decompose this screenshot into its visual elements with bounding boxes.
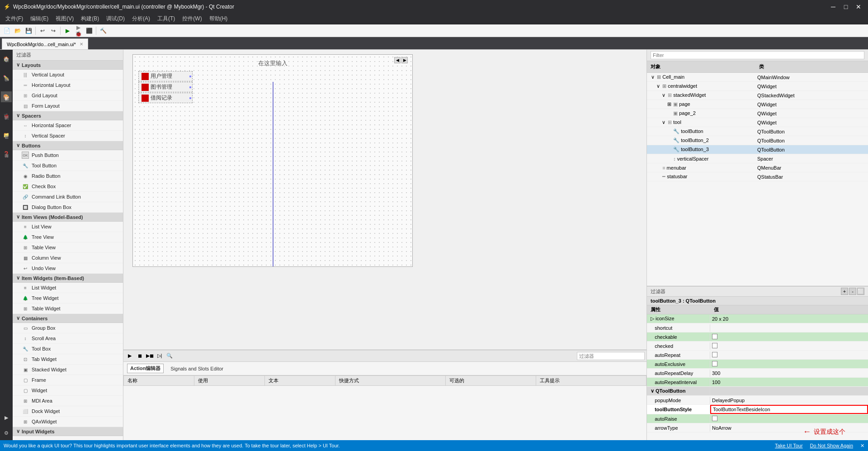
bottom-tab-signals[interactable]: Signals and Slots Editor [167, 365, 226, 373]
tab-cell-main-close[interactable]: ✕ [80, 42, 83, 47]
item-vertical-spacer[interactable]: ↕ Vertical Spacer [13, 131, 123, 141]
item-list-view[interactable]: ≡ List View [13, 222, 123, 232]
expand-page[interactable]: ⊞ [666, 101, 672, 107]
tree-row-menubar[interactable]: ≡ menubar QMenuBar [647, 163, 868, 172]
minimize-button[interactable]: ─ [827, 1, 839, 13]
tree-row-statusbar[interactable]: ━ statusbar QStatusBar [647, 172, 868, 181]
toolbar-stop[interactable]: ⬛ [84, 26, 94, 36]
menu-debug[interactable]: 调试(D) [103, 14, 128, 24]
section-item-widgets[interactable]: ∨ Item Widgets (Item-Based) [13, 274, 123, 283]
canvas-arrow-right[interactable]: ▶ [401, 57, 408, 63]
section-spacers[interactable]: ∨ Spacers [13, 111, 123, 120]
item-tree-widget[interactable]: 🌲 Tree Widget [13, 293, 123, 304]
expand-page2[interactable] [666, 110, 672, 116]
prop-row-checkable[interactable]: checkable [647, 332, 868, 342]
iconbar-btn-welcome[interactable]: 🏠 [1, 53, 12, 64]
item-group-box[interactable]: ▭ Group Box [13, 323, 123, 333]
prop-row-checked[interactable]: checked [647, 342, 868, 351]
toolbar-open[interactable]: 📂 [13, 26, 23, 36]
status-do-not-show[interactable]: Do Not Show Again [810, 443, 853, 449]
iconbar-btn-debug[interactable]: 🐞 [1, 110, 12, 121]
item-qaxwidget[interactable]: ⊞ QAxWidget [13, 417, 123, 427]
autorepeat-checkbox[interactable] [712, 352, 717, 357]
item-tool-button[interactable]: 🔧 Tool Button [13, 161, 123, 171]
toolbar-debug-run[interactable]: ▶🐞 [73, 26, 83, 36]
canvas-menu-item-2[interactable]: 图书管理 [138, 82, 193, 92]
status-close[interactable]: ✕ [860, 443, 864, 449]
prop-value-toolbuttonstyle[interactable]: ToolButtonTextBesideIcon [710, 405, 868, 414]
menu-view[interactable]: 视图(V) [52, 14, 77, 24]
close-button[interactable]: ✕ [853, 1, 864, 13]
toolbar-save[interactable]: 💾 [24, 26, 33, 36]
toolbar-redo[interactable]: ↪ [48, 26, 58, 36]
props-add-btn[interactable]: + [841, 288, 848, 295]
prop-row-autoexclusive[interactable]: autoExclusive [647, 360, 868, 369]
tree-row-toolbutton[interactable]: 🔧 toolButton QToolButton [647, 127, 868, 136]
item-mdi-area[interactable]: ⊞ MDI Area [13, 396, 123, 406]
canvas-menu-item-3[interactable]: 借阅记录 [138, 93, 193, 103]
item-horizontal-layout[interactable]: ═ Horizontal Layout [13, 80, 123, 90]
item-form-layout[interactable]: ▤ Form Layout [13, 101, 123, 111]
section-item-views[interactable]: ∨ Item Views (Model-Based) [13, 213, 123, 222]
item-dock-widget[interactable]: ⬜ Dock Widget [13, 406, 123, 417]
iconbar-btn-debug2[interactable]: ▶ [1, 412, 12, 423]
section-buttons[interactable]: ∨ Buttons [13, 141, 123, 150]
toolbar-undo[interactable]: ↩ [38, 26, 47, 36]
menu-controls[interactable]: 控件(W) [179, 14, 205, 24]
status-take-tour[interactable]: Take UI Tour [775, 443, 803, 449]
prop-row-autorepeatinterval[interactable]: autoRepeatInterval 100 [647, 378, 868, 387]
toolbar-run[interactable]: ▶ [62, 26, 72, 36]
item-tree-view[interactable]: 🌲 Tree View [13, 232, 123, 242]
expand-cellmain[interactable]: ∨ [650, 74, 656, 80]
expand-stackedwidget[interactable]: ∨ [661, 92, 666, 98]
toolbar-build[interactable]: 🔨 [98, 26, 108, 36]
menu-analyze[interactable]: 分析(A) [128, 14, 154, 24]
menu-help[interactable]: 帮助(H) [206, 14, 231, 24]
checked-checkbox[interactable] [712, 343, 717, 348]
item-push-button[interactable]: OK Push Button [13, 150, 123, 161]
prop-row-iconsize[interactable]: ▷ iconSize 20 x 20 [647, 314, 868, 323]
item-vertical-layout[interactable]: ||| Vertical Layout [13, 70, 123, 80]
bottom-toolbar-btn-1[interactable]: ▶ [125, 351, 134, 361]
section-layouts[interactable]: ∨ Layouts [13, 61, 123, 70]
item-grid-layout[interactable]: ⊞ Grid Layout [13, 90, 123, 101]
bottom-toolbar-btn-5[interactable]: 🔍 [165, 351, 174, 361]
item-column-view[interactable]: ▦ Column View [13, 253, 123, 263]
autoraise-checkbox[interactable] [712, 416, 717, 421]
prop-row-autoraise[interactable]: autoRaise [647, 414, 868, 423]
prop-expand-qtoolbutton[interactable]: ∨ [651, 388, 654, 394]
tree-row-centralwidget[interactable]: ∨ ⊞ centralwidget QWidget [647, 82, 868, 91]
autoexclusive-checkbox[interactable] [712, 361, 717, 366]
toolbar-new[interactable]: 📄 [2, 26, 12, 36]
prop-expand-iconsize[interactable]: ▷ [651, 316, 654, 321]
canvas-arrow-left[interactable]: ◀ [394, 57, 401, 63]
iconbar-btn-edit[interactable]: ✏️ [1, 72, 12, 83]
item-list-widget[interactable]: ≡ List Widget [13, 283, 123, 293]
tab-cell-main[interactable]: WpcBookMgr/do...cell_main.ui* ✕ [2, 38, 88, 49]
prop-row-toolbuttonstyle[interactable]: toolButtonStyle ToolButtonTextBesideIcon [647, 405, 868, 414]
section-containers[interactable]: ∨ Containers [13, 314, 123, 323]
prop-row-arrowtype[interactable]: arrowType NoArrow [647, 423, 868, 432]
menu-build[interactable]: 构建(B) [77, 14, 103, 24]
tree-row-toolbutton3[interactable]: 🔧 toolButton_3 QToolButton [647, 145, 868, 154]
prop-row-autorepeat[interactable]: autoRepeat [647, 351, 868, 360]
prop-row-shortcut[interactable]: shortcut [647, 323, 868, 332]
tree-row-page[interactable]: ⊞ ▣ page QWidget [647, 100, 868, 109]
bottom-toolbar-btn-4[interactable]: ▷| [155, 351, 164, 361]
props-expand-btn[interactable]: ⬜ [857, 288, 864, 295]
iconbar-btn-help[interactable]: ❓ [1, 148, 12, 159]
design-canvas[interactable]: ◀ ▶ 在这里输入 用户管理 图书管理 [123, 50, 646, 350]
prop-row-autorepeatdelay[interactable]: autoRepeatDelay 300 [647, 369, 868, 378]
prop-row-popupmode[interactable]: popupMode DelayedPopup [647, 396, 868, 405]
checkable-checkbox[interactable] [712, 334, 717, 339]
bottom-tab-action-editor[interactable]: Action编辑器 [127, 364, 164, 373]
item-radio-button[interactable]: ◉ Radio Button [13, 171, 123, 181]
bottom-filter-input[interactable] [577, 352, 645, 360]
item-undo-view[interactable]: ↩ Undo View [13, 263, 123, 274]
item-table-widget[interactable]: ⊞ Table Widget [13, 304, 123, 314]
restore-button[interactable]: □ [840, 1, 852, 13]
tree-row-toolbutton2[interactable]: 🔧 toolButton_2 QToolButton [647, 136, 868, 145]
item-command-link-button[interactable]: 🔗 Command Link Button [13, 192, 123, 202]
canvas-menu-item-1[interactable]: 用户管理 [138, 71, 193, 81]
item-tool-box[interactable]: 🔧 Tool Box [13, 344, 123, 354]
